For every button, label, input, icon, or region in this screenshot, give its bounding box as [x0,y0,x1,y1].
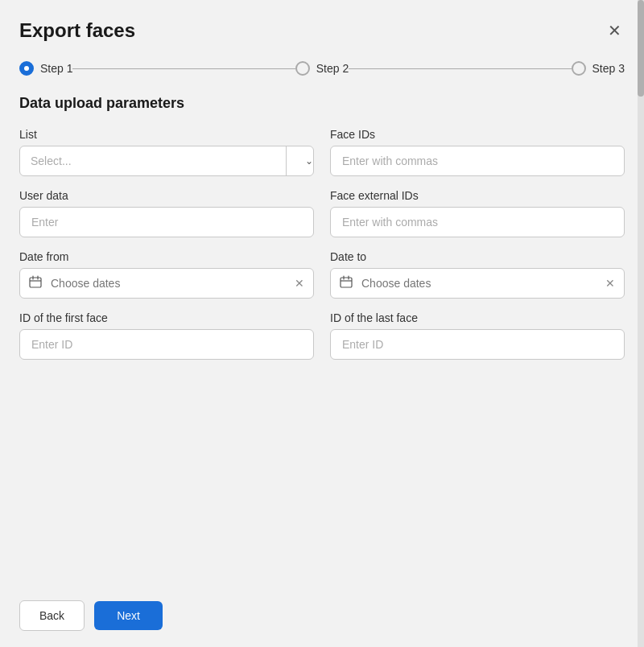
user-data-group: User data [19,189,314,237]
date-from-group: Date from ✕ [19,250,314,299]
modal-header: Export faces ✕ [0,0,644,55]
date-to-input[interactable] [330,268,625,299]
step-3-label: Step 3 [592,62,625,75]
face-external-ids-input[interactable] [330,207,625,237]
id-last-face-input[interactable] [330,329,625,360]
modal-body: Data upload parameters List ⌄ Select... [0,95,644,584]
step-3: Step 3 [572,61,625,76]
date-to-label: Date to [330,250,625,263]
back-button[interactable]: Back [19,600,85,631]
step-1-label: Step 1 [40,62,72,75]
scrollbar-track [638,0,644,647]
face-external-ids-group: Face external IDs [330,189,625,237]
id-first-face-group: ID of the first face [19,311,314,360]
date-to-group: Date to ✕ [330,250,625,299]
id-first-face-label: ID of the first face [19,311,314,324]
date-from-clear-button[interactable]: ✕ [295,278,304,289]
form-grid: List ⌄ Select... Face IDs [19,128,625,360]
step-1: Step 1 [19,61,72,76]
modal: Export faces ✕ Step 1 Step 2 Step 3 Data… [0,0,644,647]
id-last-face-group: ID of the last face [330,311,625,360]
list-select[interactable] [19,146,314,176]
user-data-input[interactable] [19,207,314,237]
next-button[interactable]: Next [94,601,163,630]
list-label: List [19,128,314,141]
step-2-label: Step 2 [316,62,349,75]
section-title: Data upload parameters [19,95,625,112]
select-divider [286,146,287,176]
date-to-wrapper: ✕ [330,268,625,299]
date-from-label: Date from [19,250,314,263]
face-ids-group: Face IDs [330,128,625,176]
date-to-clear-button[interactable]: ✕ [605,278,615,289]
date-from-wrapper: ✕ [19,268,314,299]
step-2: Step 2 [295,61,349,76]
user-data-label: User data [19,189,314,202]
close-button[interactable]: ✕ [605,19,625,42]
face-external-ids-label: Face external IDs [330,189,625,202]
step-1-circle [19,61,34,76]
step-2-circle [295,61,310,76]
face-ids-input[interactable] [330,146,625,176]
step-line-2 [349,68,571,69]
scrollbar-thumb[interactable] [638,0,644,97]
id-last-face-label: ID of the last face [330,311,625,324]
modal-title: Export faces [19,19,135,42]
list-select-wrapper: ⌄ Select... [19,146,314,176]
date-from-input[interactable] [19,268,314,299]
face-ids-label: Face IDs [330,128,625,141]
modal-footer: Back Next [0,584,644,647]
list-group: List ⌄ Select... [19,128,314,176]
id-first-face-input[interactable] [19,329,314,360]
step-3-circle [572,61,586,76]
stepper: Step 1 Step 2 Step 3 [0,55,644,95]
step-line-1 [72,68,295,69]
